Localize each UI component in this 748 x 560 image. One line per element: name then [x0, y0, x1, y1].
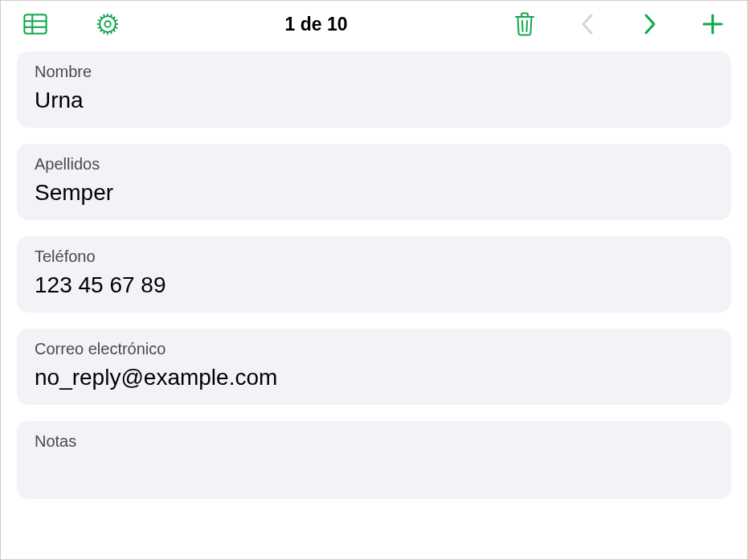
add-record-button[interactable] [701, 12, 725, 36]
field-card-telefono[interactable]: Teléfono 123 45 67 89 [17, 236, 731, 313]
field-label: Nombre [35, 63, 713, 81]
svg-line-14 [104, 14, 104, 17]
svg-line-10 [100, 17, 103, 19]
settings-button[interactable] [96, 12, 120, 36]
field-label: Correo electrónico [35, 340, 713, 358]
svg-point-5 [104, 21, 111, 27]
toolbar: 1 de 10 [1, 1, 747, 47]
svg-line-12 [100, 30, 103, 32]
field-label: Apellidos [35, 155, 713, 174]
field-card-nombre[interactable]: Nombre Urna [17, 51, 731, 128]
svg-line-23 [527, 21, 528, 31]
field-value[interactable]: no_reply@example.com [35, 365, 713, 390]
chevron-right-icon [642, 12, 658, 36]
toolbar-left [23, 12, 120, 36]
field-card-apellidos[interactable]: Apellidos Semper [17, 144, 731, 220]
svg-rect-0 [24, 14, 46, 33]
field-value[interactable] [35, 457, 713, 484]
svg-line-22 [522, 21, 523, 31]
svg-line-16 [111, 14, 112, 17]
field-value[interactable]: Semper [35, 180, 713, 206]
form-view: 1 de 10 [0, 0, 748, 560]
next-record-button[interactable] [638, 12, 662, 36]
field-value[interactable]: Urna [35, 88, 713, 113]
svg-line-18 [98, 20, 100, 21]
field-label: Notas [35, 432, 713, 451]
form-content: Nombre Urna Apellidos Semper Teléfono 12… [1, 47, 747, 559]
table-icon [23, 13, 47, 35]
delete-button[interactable] [513, 12, 537, 36]
record-counter: 1 de 10 [120, 14, 513, 35]
gear-icon [96, 11, 120, 37]
toolbar-right [513, 12, 725, 36]
svg-line-20 [98, 27, 100, 28]
svg-line-11 [113, 30, 116, 32]
table-view-button[interactable] [23, 12, 47, 36]
trash-icon [513, 11, 536, 37]
field-value[interactable]: 123 45 67 89 [35, 272, 713, 298]
field-card-correo[interactable]: Correo electrónico no_reply@example.com [17, 329, 731, 405]
svg-line-21 [115, 20, 117, 21]
prev-record-button [575, 12, 599, 36]
svg-line-19 [115, 27, 117, 28]
plus-icon [701, 13, 724, 35]
chevron-left-icon [579, 12, 595, 36]
svg-line-15 [111, 31, 112, 34]
svg-line-13 [113, 17, 116, 19]
field-label: Teléfono [35, 247, 713, 266]
field-card-notas[interactable]: Notas [17, 421, 731, 499]
svg-line-17 [104, 31, 104, 34]
